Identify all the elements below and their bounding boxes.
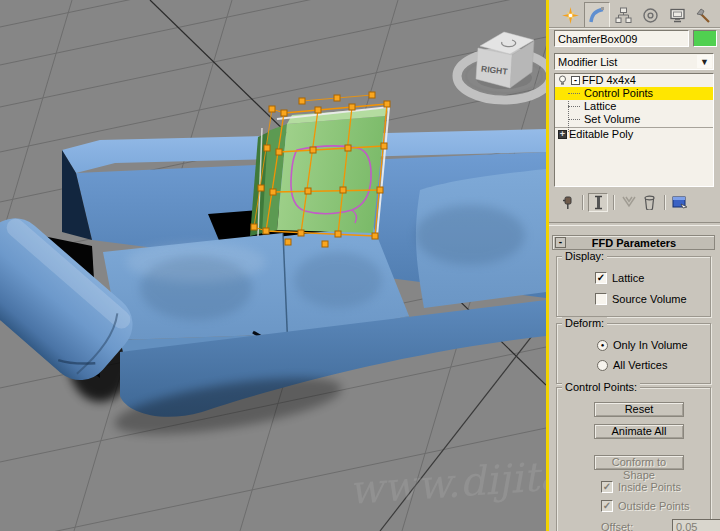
stack-toolbar	[557, 192, 717, 212]
all-vertices-radio-row[interactable]: All Vertices	[597, 359, 667, 371]
deform-group: Deform: ● Only In Volume All Vertices	[556, 323, 711, 384]
source-volume-label: Source Volume	[612, 293, 687, 305]
configure-modifier-sets-button[interactable]	[670, 193, 690, 212]
trash-icon	[643, 195, 656, 210]
panel-divider	[549, 222, 720, 226]
only-in-volume-label: Only In Volume	[613, 339, 688, 351]
display-group: Display: ✓ Lattice Source Volume	[556, 256, 711, 317]
outside-points-checkbox: ✓	[601, 500, 613, 512]
reset-button[interactable]: Reset	[594, 402, 684, 417]
ffd-parameters-rollout-header[interactable]: - FFD Parameters	[552, 235, 715, 250]
only-in-volume-radio[interactable]: ●	[597, 340, 608, 351]
create-icon	[562, 7, 579, 24]
control-points-group: Control Points: Reset Animate All Confor…	[556, 387, 711, 531]
toolbar-separator	[664, 195, 665, 210]
pin-stack-button[interactable]	[557, 193, 577, 212]
object-name-row	[554, 30, 717, 47]
remove-modifier-button[interactable]	[639, 193, 659, 212]
expand-box[interactable]: +	[558, 130, 567, 139]
tab-display[interactable]	[664, 2, 691, 28]
hierarchy-icon	[615, 7, 632, 24]
toolbar-separator	[582, 195, 583, 210]
modifier-list-dropdown[interactable]: Modifier List ▼	[554, 53, 714, 70]
command-panel: Modifier List ▼ - FFD 4x4x4 Control Poin…	[549, 0, 720, 531]
tab-create[interactable]	[557, 2, 584, 28]
only-in-volume-radio-row[interactable]: ● Only In Volume	[597, 339, 688, 351]
rollout-title: FFD Parameters	[566, 237, 702, 249]
object-color-swatch[interactable]	[693, 30, 717, 47]
lattice-label: Lattice	[612, 272, 644, 284]
all-vertices-radio[interactable]	[597, 360, 608, 371]
toolbar-separator	[613, 195, 614, 210]
tab-hierarchy[interactable]	[610, 2, 637, 28]
display-group-label: Display:	[562, 250, 607, 262]
command-panel-tabs	[557, 2, 717, 26]
inside-points-label: Inside Points	[618, 481, 681, 493]
motion-icon	[642, 7, 659, 24]
lattice-checkbox[interactable]: ✓	[595, 272, 607, 284]
pushpin-icon	[560, 195, 575, 210]
modify-icon	[589, 7, 606, 24]
make-unique-button[interactable]	[619, 193, 639, 212]
inside-points-checkbox-row: ✓ Inside Points	[601, 481, 681, 493]
ffd-chamferbox-object[interactable]	[250, 92, 390, 247]
deform-group-label: Deform:	[562, 317, 607, 329]
stack-item-control-points[interactable]: Control Points	[555, 87, 713, 100]
max-window: RIGHT www.dijitalde	[0, 0, 720, 531]
modifier-list-value: Modifier List	[555, 56, 697, 68]
source-volume-checkbox[interactable]	[595, 293, 607, 305]
rollout-collapse-box[interactable]: -	[555, 237, 566, 248]
show-end-result-button[interactable]	[588, 193, 608, 212]
make-unique-icon	[621, 195, 637, 209]
inside-points-checkbox: ✓	[601, 481, 613, 493]
tab-utilities[interactable]	[690, 2, 717, 28]
utilities-icon	[695, 7, 712, 24]
configure-modifier-sets-icon	[672, 195, 688, 210]
tabs-divider	[549, 27, 720, 28]
light-bulb-icon[interactable]	[557, 75, 568, 86]
tab-modify[interactable]	[584, 2, 611, 28]
perspective-viewport[interactable]: RIGHT www.dijitalde	[0, 0, 546, 531]
chevron-down-icon[interactable]: ▼	[697, 55, 712, 68]
conform-to-shape-button: Conform to Shape	[594, 455, 684, 470]
show-end-result-icon	[592, 195, 605, 210]
source-volume-checkbox-row[interactable]: Source Volume	[595, 293, 687, 305]
object-name-field[interactable]	[554, 30, 689, 47]
tab-motion[interactable]	[637, 2, 664, 28]
stack-item-set-volume[interactable]: Set Volume	[555, 113, 713, 126]
display-icon	[669, 7, 686, 24]
lattice-checkbox-row[interactable]: ✓ Lattice	[595, 272, 644, 284]
outside-points-label: Outside Points	[618, 500, 690, 512]
stack-item-ffd[interactable]: - FFD 4x4x4	[555, 74, 713, 87]
offset-field: 0.05	[672, 519, 720, 531]
stack-item-lattice[interactable]: Lattice	[555, 100, 713, 113]
outside-points-checkbox-row: ✓ Outside Points	[601, 500, 690, 512]
offset-label: Offset:	[601, 521, 633, 531]
stack-item-editable-poly[interactable]: + Editable Poly	[555, 128, 713, 141]
viewport-canvas[interactable]: RIGHT www.dijitalde	[0, 0, 546, 531]
modifier-stack[interactable]: - FFD 4x4x4 Control Points Lattice Set V…	[554, 73, 714, 187]
collapse-box[interactable]: -	[571, 76, 580, 85]
animate-all-button[interactable]: Animate All	[594, 424, 684, 439]
control-points-group-label: Control Points:	[562, 381, 640, 393]
offset-row: Offset: 0.05 ▲ ▼	[601, 521, 633, 531]
all-vertices-label: All Vertices	[613, 359, 667, 371]
